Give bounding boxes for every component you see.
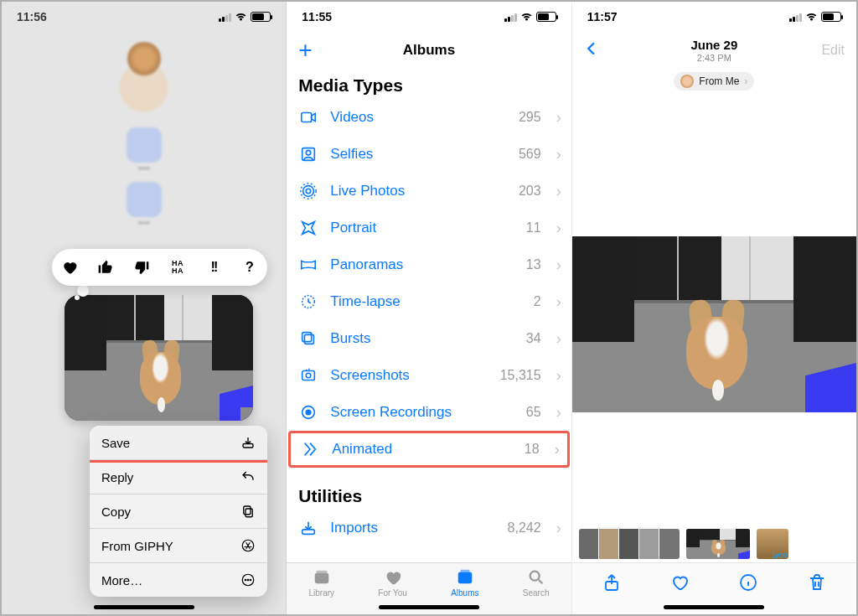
search-icon <box>525 568 547 587</box>
menu-item-label: Save <box>101 436 130 450</box>
chevron-right-icon: › <box>556 520 561 537</box>
album-row-label: Selfies <box>330 146 507 163</box>
album-row-count: 13 <box>526 257 541 272</box>
home-indicator[interactable] <box>379 605 479 609</box>
message-image-bubble[interactable] <box>65 295 253 421</box>
menu-item-copy[interactable]: Copy <box>90 494 267 529</box>
library-icon <box>311 568 333 587</box>
svg-point-12 <box>303 186 314 197</box>
thumbnail-strip[interactable]: 1yCO <box>572 525 856 562</box>
menu-item-reply[interactable]: Reply <box>90 460 267 494</box>
svg-rect-0 <box>243 444 253 448</box>
chevron-right-icon: › <box>556 109 561 127</box>
menu-item-label: More… <box>101 573 142 588</box>
photo-date: June 29 <box>690 38 737 52</box>
live-icon <box>298 181 318 201</box>
pano-icon <box>298 255 318 275</box>
reaction-heart-icon[interactable] <box>59 256 80 278</box>
album-row-label: Bursts <box>330 330 514 347</box>
svg-rect-8 <box>302 113 312 122</box>
album-row-count: 2 <box>534 294 541 309</box>
reaction-bar: HA HA !! ? <box>52 249 267 286</box>
chevron-right-icon: › <box>555 441 560 458</box>
album-row-selfies[interactable]: Selfies569› <box>287 136 571 173</box>
album-row-pano[interactable]: Panoramas13› <box>287 246 571 283</box>
nav-bar: June 29 2:43 PM Edit <box>572 32 856 69</box>
album-row-videos[interactable]: Videos295› <box>287 99 571 136</box>
svg-point-10 <box>307 150 312 155</box>
trash-button[interactable] <box>806 572 828 593</box>
reaction-haha-icon[interactable]: HA HA <box>167 256 189 278</box>
home-indicator[interactable] <box>94 605 194 609</box>
album-row-label: Screen Recordings <box>330 404 514 421</box>
menu-item-more[interactable]: More… <box>90 563 267 597</box>
album-row-label: Imports <box>330 520 495 536</box>
albums-list[interactable]: Media Types Videos295›Selfies569›Live Ph… <box>287 69 571 562</box>
svg-point-20 <box>307 410 312 415</box>
phone-messages: ▪▪▪▪ ▪▪▪▪ 11:56 HA HA !! <box>2 2 287 614</box>
for-you-icon <box>382 568 404 587</box>
album-row-label: Screenshots <box>330 367 488 384</box>
album-row-count: 8,242 <box>508 520 541 536</box>
album-row-timelapse[interactable]: Time-lapse2› <box>287 283 571 320</box>
tab-albums[interactable]: Albums <box>451 568 478 598</box>
phone-albums: 11:55 + Albums Media Types Videos295›Sel… <box>287 2 571 614</box>
status-time: 11:55 <box>302 10 332 23</box>
svg-rect-17 <box>302 371 315 380</box>
svg-rect-22 <box>315 573 329 584</box>
album-row-screenshots[interactable]: Screenshots15,315› <box>287 357 571 394</box>
album-row-bursts[interactable]: Bursts34› <box>287 320 571 357</box>
album-row-count: 65 <box>526 405 541 420</box>
cellular-icon <box>504 12 517 22</box>
svg-rect-1 <box>246 509 252 517</box>
share-button[interactable] <box>601 572 623 593</box>
screenshots-icon <box>298 365 318 386</box>
svg-point-5 <box>245 579 246 581</box>
svg-rect-23 <box>316 571 327 573</box>
album-row-count: 295 <box>519 110 541 125</box>
album-row-portrait[interactable]: Portrait11› <box>287 210 571 246</box>
album-row-label: Live Photos <box>330 183 507 199</box>
menu-item-save[interactable]: Save <box>90 426 267 460</box>
thumbnail-next[interactable]: 1yCO <box>757 529 788 559</box>
reaction-thumbs-down-icon[interactable] <box>131 256 152 278</box>
menu-item-label: Reply <box>101 470 133 484</box>
home-indicator[interactable] <box>664 605 764 609</box>
from-chip[interactable]: From Me › <box>674 72 754 91</box>
album-row-count: 569 <box>519 147 541 162</box>
svg-rect-25 <box>460 570 469 572</box>
album-row-live[interactable]: Live Photos203› <box>287 173 571 210</box>
album-row-label: Portrait <box>330 220 514 236</box>
more-icon <box>240 572 256 588</box>
thumbnail-stack[interactable] <box>579 529 680 559</box>
thumbnail-current[interactable] <box>686 529 750 559</box>
avatar-icon <box>680 75 694 88</box>
battery-icon <box>251 12 271 22</box>
info-button[interactable] <box>737 572 759 593</box>
portrait-icon <box>298 218 318 238</box>
chevron-right-icon: › <box>556 367 561 385</box>
reply-icon <box>240 469 256 484</box>
album-row-imports[interactable]: Imports8,242› <box>287 510 571 546</box>
album-row-label: Panoramas <box>330 256 514 273</box>
album-row-label: Videos <box>330 109 507 126</box>
reaction-thumbs-up-icon[interactable] <box>95 256 116 278</box>
screenrec-icon <box>298 402 318 422</box>
album-row-animated[interactable]: Animated18› <box>288 431 569 468</box>
svg-point-11 <box>307 189 312 194</box>
menu-item-label: Copy <box>101 505 131 519</box>
status-bar: 11:56 <box>2 2 286 32</box>
menu-item-from-giphy[interactable]: From GIPHY <box>90 529 267 563</box>
photo-viewer[interactable] <box>572 236 856 412</box>
tab-library[interactable]: Library <box>308 568 334 598</box>
album-row-screenrec[interactable]: Screen Recordings65› <box>287 394 571 431</box>
svg-rect-2 <box>244 506 251 515</box>
reaction-exclaim-icon[interactable]: !! <box>203 256 225 278</box>
download-icon <box>240 435 256 450</box>
chevron-right-icon: › <box>556 330 561 348</box>
album-row-count: 18 <box>525 442 540 457</box>
tab-search[interactable]: Search <box>523 568 550 598</box>
reaction-question-icon[interactable]: ? <box>239 256 261 278</box>
tab-for-you[interactable]: For You <box>378 568 406 598</box>
favorite-button[interactable] <box>669 572 690 593</box>
